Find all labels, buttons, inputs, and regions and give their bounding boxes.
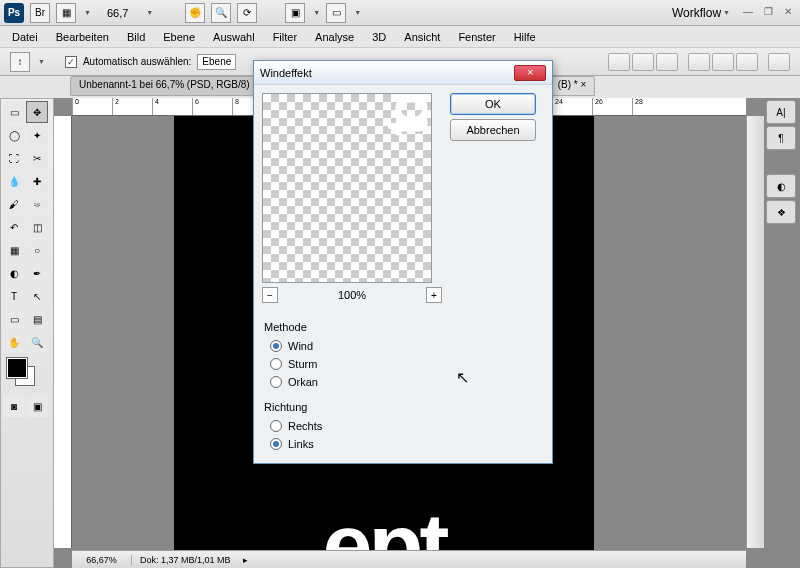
dropdown-arrow-icon[interactable]: ▼ [84,9,91,16]
vertical-scrollbar[interactable] [746,116,764,548]
screenmode-tool[interactable]: ▣ [26,395,48,417]
radio-orkan[interactable]: Orkan [264,373,542,391]
color-panel-icon[interactable]: ◐ [766,174,796,198]
wind-filter-dialog: Windeffekt ✕ tort − 100% + OK Abbrechen … [253,60,553,464]
menu-datei[interactable]: Datei [12,31,38,43]
crop-tool[interactable]: ⛶ [3,147,25,169]
color-swatches[interactable] [3,358,51,394]
hand-tool-icon[interactable]: ✊ [185,3,205,23]
layer-dropdown[interactable]: Ebene [197,54,236,70]
menu-ansicht[interactable]: Ansicht [404,31,440,43]
film-icon[interactable]: ▦ [56,3,76,23]
radio-label: Sturm [288,358,317,370]
menu-hilfe[interactable]: Hilfe [514,31,536,43]
radio-links[interactable]: Links [264,435,542,453]
tool-preset-dropdown[interactable]: ▼ [38,58,45,65]
status-zoom[interactable]: 66,67% [72,555,132,565]
gradient-tool[interactable]: ▦ [3,239,25,261]
align-btn-1[interactable] [608,53,630,71]
restore-icon[interactable]: ❐ [760,6,776,20]
notes-tool[interactable]: ▤ [26,308,48,330]
distribute-btn-2[interactable] [712,53,734,71]
close-icon[interactable]: ✕ [780,6,796,20]
dialog-close-button[interactable]: ✕ [514,65,546,81]
ruler-tick: 28 [632,98,672,115]
dropdown-arrow-icon[interactable]: ▼ [354,9,361,16]
blur-tool[interactable]: ○ [26,239,48,261]
pen-tool[interactable]: ✒ [26,262,48,284]
path-tool[interactable]: ↖ [26,285,48,307]
dodge-tool[interactable]: ◐ [3,262,25,284]
ruler-tick: 26 [592,98,632,115]
zoom-tool-icon[interactable]: 🔍 [211,3,231,23]
paragraph-panel-icon[interactable]: ¶ [766,126,796,150]
dialog-title: Windeffekt [260,67,312,79]
distribute-btn-3[interactable] [736,53,758,71]
stamp-tool[interactable]: ⎃ [26,193,48,215]
ok-button[interactable]: OK [450,93,536,115]
dropdown-arrow-icon[interactable]: ▼ [313,9,320,16]
radio-icon [270,420,282,432]
workspace-switcher[interactable]: Workflow▼ [666,4,736,22]
ruler-tick: 4 [152,98,192,115]
character-panel-icon[interactable]: A| [766,100,796,124]
quickmask-tool[interactable]: ◙ [3,395,25,417]
screen-mode-icon[interactable]: ▭ [326,3,346,23]
menu-bild[interactable]: Bild [127,31,145,43]
shape-tool[interactable]: ▭ [3,308,25,330]
minimize-icon[interactable]: — [740,6,756,20]
status-doc-size[interactable]: Dok: 1,37 MB/1,01 MB [132,555,239,565]
menu-filter[interactable]: Filter [273,31,297,43]
radio-wind[interactable]: Wind [264,337,542,355]
filter-preview[interactable]: tort [262,93,432,283]
layers-panel-icon[interactable]: ❖ [766,200,796,224]
app-top-bar: Ps Br ▦ ▼ 66,7 ▼ ✊ 🔍 ⟳ ▣ ▼ ▭ ▼ Workflow▼… [0,0,800,26]
radio-icon [270,376,282,388]
menu-auswahl[interactable]: Auswahl [213,31,255,43]
method-group: Methode Wind Sturm Orkan [264,321,542,391]
cancel-button[interactable]: Abbrechen [450,119,536,141]
arrange-docs-icon[interactable]: ▣ [285,3,305,23]
auto-select-checkbox[interactable] [65,56,77,68]
menu-analyse[interactable]: Analyse [315,31,354,43]
move-tool[interactable]: ✥ [26,101,48,123]
status-bar: 66,67% Dok: 1,37 MB/1,01 MB ▸ [72,550,746,568]
radio-rechts[interactable]: Rechts [264,417,542,435]
radio-sturm[interactable]: Sturm [264,355,542,373]
extra-btn[interactable] [768,53,790,71]
bridge-icon[interactable]: Br [30,3,50,23]
foreground-color[interactable] [7,358,27,378]
radio-label: Links [288,438,314,450]
dialog-titlebar[interactable]: Windeffekt ✕ [254,61,552,85]
history-brush-tool[interactable]: ↶ [3,216,25,238]
zoom-tool[interactable]: 🔍 [26,331,48,353]
tab-doc-2[interactable]: (B) * × [549,76,596,96]
zoom-in-button[interactable]: + [426,287,442,303]
menu-ebene[interactable]: Ebene [163,31,195,43]
align-btn-3[interactable] [656,53,678,71]
healing-tool[interactable]: ✚ [26,170,48,192]
type-tool[interactable]: T [3,285,25,307]
eraser-tool[interactable]: ◫ [26,216,48,238]
slice-tool[interactable]: ✂ [26,147,48,169]
ruler-tick: 2 [112,98,152,115]
radio-label: Wind [288,340,313,352]
zoom-out-button[interactable]: − [262,287,278,303]
marquee-tool[interactable]: ▭ [3,101,25,123]
menu-3d[interactable]: 3D [372,31,386,43]
align-btn-2[interactable] [632,53,654,71]
dropdown-arrow-icon[interactable]: ▼ [146,9,153,16]
eyedropper-tool[interactable]: 💧 [3,170,25,192]
zoom-level-top[interactable]: 66,7 [97,7,138,19]
menu-bearbeiten[interactable]: Bearbeiten [56,31,109,43]
wand-tool[interactable]: ✦ [26,124,48,146]
distribute-btn-1[interactable] [688,53,710,71]
hand-tool[interactable]: ✋ [3,331,25,353]
menu-fenster[interactable]: Fenster [458,31,495,43]
radio-icon [270,340,282,352]
brush-tool[interactable]: 🖌 [3,193,25,215]
lasso-tool[interactable]: ◯ [3,124,25,146]
tab-doc-1[interactable]: Unbenannt-1 bei 66,7% (PSD, RGB/8) [70,76,259,96]
rotate-view-icon[interactable]: ⟳ [237,3,257,23]
ruler-tick: 0 [72,98,112,115]
